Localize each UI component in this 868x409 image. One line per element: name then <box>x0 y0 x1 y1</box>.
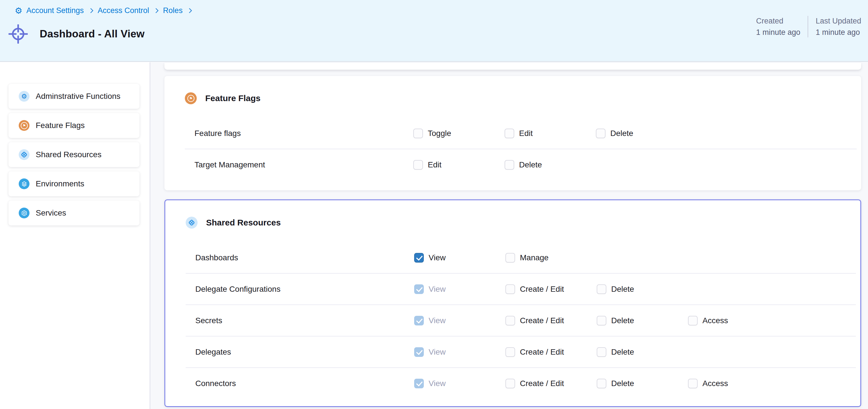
permissions-panel: ⚑Feature FlagsFeature flagsToggleEditDel… <box>151 62 868 409</box>
checkbox-label: Access <box>703 379 728 388</box>
checkbox-view[interactable] <box>414 347 424 357</box>
permission-delegate-configurations-view: View <box>414 284 505 294</box>
breadcrumb-link-account-settings[interactable]: Account Settings <box>26 6 84 15</box>
permission-target-management-edit: Edit <box>413 160 504 170</box>
checkbox-create-edit[interactable] <box>505 284 515 294</box>
breadcrumb-link-access-control[interactable]: Access Control <box>98 6 149 15</box>
checkbox-view[interactable] <box>414 284 424 294</box>
resource-label: Delegate Configurations <box>195 285 280 294</box>
checkbox-view[interactable] <box>414 253 424 263</box>
created-meta: Created 1 minute ago <box>756 15 800 38</box>
checkbox-access[interactable] <box>688 316 698 326</box>
hexagon-icon <box>21 210 28 216</box>
gear-icon-circle: ⚙ <box>19 91 29 102</box>
hexagon-icon-circle <box>19 208 29 218</box>
permission-connectors-delete: Delete <box>597 379 688 388</box>
checkbox-delete[interactable] <box>597 347 606 357</box>
permission-card-feature-flags: ⚑Feature FlagsFeature flagsToggleEditDel… <box>164 76 861 190</box>
checkbox-label: View <box>429 285 445 294</box>
sidebar-item-label: Services <box>36 208 66 217</box>
layers-icon-circle <box>19 178 29 189</box>
cube-icon <box>20 150 28 159</box>
resource-label: Delegates <box>195 347 231 356</box>
permission-secrets-view: View <box>414 316 505 326</box>
created-label: Created <box>756 15 800 27</box>
breadcrumb-link-roles[interactable]: Roles <box>163 6 183 15</box>
resource-group-sidebar: ⚙Adminstrative Functions⚑Feature FlagsSh… <box>0 62 150 409</box>
checkbox-label: Delete <box>519 160 542 169</box>
permission-delegates-view: View <box>414 347 505 357</box>
table-row-delegates: DelegatesViewCreate / EditDelete <box>186 337 856 368</box>
checkbox-label: Manage <box>520 253 549 262</box>
checkbox-label: View <box>429 347 445 356</box>
chevron-right-icon <box>187 8 192 13</box>
checkbox-view[interactable] <box>414 379 424 388</box>
permission-cells: ViewCreate / EditDelete <box>414 337 688 367</box>
permission-cells: ViewManage <box>414 242 597 273</box>
checkbox-label: View <box>429 253 445 262</box>
flag-icon-circle: ⚑ <box>185 92 197 104</box>
role-crosshair-icon <box>8 24 28 44</box>
permission-target-management-delete: Delete <box>504 160 596 170</box>
sidebar-item-label: Environments <box>36 179 84 189</box>
checkbox-create-edit[interactable] <box>505 379 515 388</box>
sidebar-item-adminstrative-functions[interactable]: ⚙Adminstrative Functions <box>8 84 140 109</box>
last-updated-value: 1 minute ago <box>815 27 861 38</box>
sidebar-item-environments[interactable]: Environments <box>8 171 140 196</box>
permission-rows: DashboardsViewManageDelegate Configurati… <box>165 242 860 399</box>
resource-label: Dashboards <box>195 253 238 262</box>
flag-icon-circle: ⚑ <box>19 120 29 131</box>
card-header: Shared Resources <box>165 200 860 242</box>
settings-gear-icon: ⚙ <box>15 6 22 15</box>
card-title: Shared Resources <box>206 218 281 228</box>
checkbox-create-edit[interactable] <box>505 316 515 326</box>
checkbox-create-edit[interactable] <box>505 347 515 357</box>
checkbox-toggle[interactable] <box>413 129 423 138</box>
checkbox-access[interactable] <box>688 379 698 388</box>
page-header: ⚙Account SettingsAccess ControlRoles Das… <box>0 0 868 62</box>
created-value: 1 minute ago <box>756 27 800 38</box>
checkbox-delete[interactable] <box>504 160 514 170</box>
permission-rows: Feature flagsToggleEditDeleteTarget Mana… <box>164 118 861 180</box>
checkbox-edit[interactable] <box>504 129 514 138</box>
permission-cells: ToggleEditDelete <box>413 118 687 149</box>
breadcrumb: ⚙Account SettingsAccess ControlRoles <box>15 6 192 15</box>
table-row-secrets: SecretsViewCreate / EditDeleteAccess <box>186 305 856 337</box>
permission-delegates-create-edit: Create / Edit <box>505 347 597 357</box>
permission-cells: ViewCreate / EditDeleteAccess <box>414 305 779 336</box>
permission-delegates-delete: Delete <box>597 347 688 357</box>
sidebar-item-services[interactable]: Services <box>8 201 140 226</box>
sidebar-item-feature-flags[interactable]: ⚑Feature Flags <box>8 113 140 138</box>
permission-dashboards-manage: Manage <box>505 253 597 263</box>
cube-icon-circle <box>186 217 197 229</box>
page-title: Dashboard - All View <box>40 28 145 40</box>
checkbox-label: Edit <box>519 129 533 138</box>
resource-label: Connectors <box>195 379 236 388</box>
permission-feature-flags-delete: Delete <box>596 129 687 138</box>
table-row-target-management: Target ManagementEditDelete <box>185 149 857 180</box>
permission-delegate-configurations-delete: Delete <box>597 284 688 294</box>
table-row-dashboards: DashboardsViewManage <box>186 242 856 274</box>
checkbox-label: Delete <box>611 316 634 325</box>
checkbox-manage[interactable] <box>505 253 515 263</box>
flag-glyph: ⚑ <box>189 96 193 100</box>
scrolled-card-edge <box>164 63 861 70</box>
checkbox-view[interactable] <box>414 316 424 326</box>
checkbox-label: Delete <box>611 379 634 388</box>
chevron-right-icon <box>153 8 158 13</box>
checkbox-edit[interactable] <box>413 160 423 170</box>
sidebar-item-shared-resources[interactable]: Shared Resources <box>8 142 140 167</box>
permission-secrets-create-edit: Create / Edit <box>505 316 597 326</box>
table-row-feature-flags: Feature flagsToggleEditDelete <box>185 118 857 149</box>
checkbox-delete[interactable] <box>597 316 606 326</box>
permission-secrets-delete: Delete <box>597 316 688 326</box>
cube-icon-circle <box>19 149 29 160</box>
meta-divider <box>808 16 808 37</box>
permission-connectors-create-edit: Create / Edit <box>505 379 597 388</box>
checkbox-delete[interactable] <box>596 129 606 138</box>
cube-icon <box>187 218 196 227</box>
checkbox-label: Delete <box>611 347 634 356</box>
checkbox-delete[interactable] <box>597 284 606 294</box>
checkbox-delete[interactable] <box>597 379 606 388</box>
sidebar-item-label: Adminstrative Functions <box>36 92 121 101</box>
